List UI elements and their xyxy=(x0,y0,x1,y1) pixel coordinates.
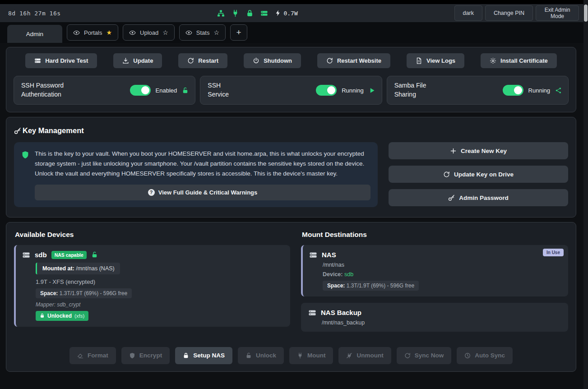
mount-button[interactable]: Mount xyxy=(289,347,333,364)
add-tab-button[interactable]: + xyxy=(230,24,247,41)
topbar-actions: dark Change PIN Exit Admin Mode xyxy=(454,5,579,21)
update-button[interactable]: Update xyxy=(113,53,162,68)
unlock-icon[interactable] xyxy=(182,87,189,94)
toggle-knob xyxy=(327,86,335,94)
service-name: SSH Password Authentication xyxy=(21,81,64,99)
device-size-info: 1.9T - XFS (encrypted) xyxy=(36,278,283,285)
button-label: Admin Password xyxy=(459,194,509,201)
create-new-key-button[interactable]: Create New Key xyxy=(389,142,568,159)
mount-name: NAS xyxy=(322,251,336,259)
plus-icon xyxy=(450,148,457,154)
lock-icon xyxy=(183,352,189,359)
view-guide-button[interactable]: ? View Full Guide & Critical Warnings xyxy=(35,185,370,200)
unlock-button[interactable]: Unlock xyxy=(238,347,284,364)
window-top-strip xyxy=(0,0,588,4)
gear-icon xyxy=(490,57,496,64)
tab-upload[interactable]: Upload ☆ xyxy=(123,24,175,41)
button-label: Create New Key xyxy=(461,148,507,154)
plug-icon xyxy=(297,352,303,359)
space-value: 1.3T/1.9T (69%) - 596G free xyxy=(345,282,414,289)
network-icon xyxy=(217,9,225,17)
section-title: Key Management xyxy=(23,126,84,135)
service-name: Samba File Sharing xyxy=(394,81,426,99)
update-key-on-drive-button[interactable]: Update Key on Drive xyxy=(389,166,568,183)
exit-admin-mode-button[interactable]: Exit Admin Mode xyxy=(536,5,579,21)
setup-nas-button[interactable]: Setup NAS xyxy=(175,347,232,364)
auto-sync-button[interactable]: Auto Sync xyxy=(457,347,513,364)
device-action-row: Format Encrypt Setup NAS Unlock Mount Un… xyxy=(14,347,568,364)
service-card-samba: Samba File Sharing Running xyxy=(387,76,569,105)
unlocked-badge: Unlocked (xfs) xyxy=(36,311,88,321)
button-label: Sync Now xyxy=(415,352,444,359)
tab-portals[interactable]: Portals ★ xyxy=(67,24,118,41)
view-logs-button[interactable]: View Logs xyxy=(407,53,464,68)
key-icon xyxy=(14,127,21,134)
encrypt-button[interactable]: Encrypt xyxy=(121,347,170,364)
key-management-actions: Create New Key Update Key on Drive Admin… xyxy=(389,142,568,207)
unplug-icon xyxy=(346,352,352,359)
ssh-service-toggle[interactable] xyxy=(316,85,337,96)
key-management-header: Key Management xyxy=(14,126,568,135)
star-outline-icon[interactable]: ☆ xyxy=(213,29,219,36)
button-label: Shutdown xyxy=(264,57,292,64)
system-operations-section: Hard Drive Test Update Restart Shutdown … xyxy=(6,47,576,112)
tab-stats[interactable]: Stats ☆ xyxy=(179,24,226,41)
button-label: Unlock xyxy=(256,352,276,359)
available-devices-title: Available Devices xyxy=(15,231,290,239)
tabbar: Admin Portals ★ Upload ☆ Stats ☆ + xyxy=(0,22,588,43)
topbar: 8d 16h 27m 16s 0.7W dark Change PIN Exit… xyxy=(0,4,588,22)
eye-icon[interactable] xyxy=(129,29,136,36)
mount-device: Device: sdb xyxy=(323,271,561,278)
star-outline-icon[interactable]: ☆ xyxy=(162,29,168,36)
install-certificate-button[interactable]: Install Certificate xyxy=(481,53,557,68)
clock-icon xyxy=(464,352,471,359)
hard-drive-icon xyxy=(309,251,317,259)
button-label: Unmount xyxy=(357,352,383,359)
key-management-section: Key Management This is the key to your v… xyxy=(6,117,576,218)
mount-path: /mnt/nas_backup xyxy=(322,320,561,326)
hard-drive-icon xyxy=(22,251,30,259)
mount-card-nas-backup[interactable]: NAS Backup /mnt/nas_backup xyxy=(301,303,568,332)
scrollbar-track[interactable] xyxy=(583,0,588,389)
device-card-sdb[interactable]: sdb NAS capable Mounted at: /mnt/nas (NA… xyxy=(14,245,290,327)
unmount-button[interactable]: Unmount xyxy=(338,347,391,364)
restart-website-button[interactable]: Restart Website xyxy=(317,53,390,68)
share-icon[interactable] xyxy=(555,87,562,94)
space-label: Space: xyxy=(40,290,58,296)
button-label: Format xyxy=(88,352,108,359)
filesystem-label: (xfs) xyxy=(74,313,84,319)
key-management-body: This is the key to your vault. When you … xyxy=(14,142,568,207)
refresh-icon xyxy=(443,171,450,178)
mounted-at-value: /mnt/nas (NAS) xyxy=(74,265,115,272)
button-label: Update Key on Drive xyxy=(454,171,514,178)
sync-now-button[interactable]: Sync Now xyxy=(397,347,452,364)
scrollbar-thumb[interactable] xyxy=(584,5,588,22)
space-value: 1.3T/1.9T (69%) - 596G free xyxy=(58,290,127,296)
tab-admin[interactable]: Admin xyxy=(7,25,62,43)
button-label: Mount xyxy=(307,352,325,359)
service-name: SSH Service xyxy=(208,81,229,99)
device-name: sdb xyxy=(35,251,47,259)
hard-drive-test-button[interactable]: Hard Drive Test xyxy=(25,53,97,68)
power-draw: 0.7W xyxy=(275,10,297,17)
system-actions-toolbar: Hard Drive Test Update Restart Shutdown … xyxy=(14,53,569,68)
mount-card-nas[interactable]: In Use NAS /mnt/nas Device: sdb Space: 1… xyxy=(301,245,568,296)
play-icon[interactable] xyxy=(369,87,375,94)
eye-icon[interactable] xyxy=(185,29,192,36)
ssh-password-auth-toggle[interactable] xyxy=(130,85,151,96)
unlock-icon xyxy=(91,251,98,258)
shutdown-button[interactable]: Shutdown xyxy=(244,53,301,68)
question-icon: ? xyxy=(148,189,155,196)
star-icon[interactable]: ★ xyxy=(106,29,112,36)
space-label: Space: xyxy=(327,282,345,289)
admin-password-button[interactable]: Admin Password xyxy=(389,189,568,206)
format-button[interactable]: Format xyxy=(69,347,116,364)
button-label: Auto Sync xyxy=(475,352,505,359)
unlock-icon xyxy=(245,352,252,359)
eye-icon[interactable] xyxy=(73,29,80,36)
restart-button[interactable]: Restart xyxy=(178,53,227,68)
theme-button[interactable]: dark xyxy=(454,5,482,21)
change-pin-button[interactable]: Change PIN xyxy=(485,5,533,21)
samba-toggle[interactable] xyxy=(503,85,523,96)
button-label: Update xyxy=(133,57,153,64)
